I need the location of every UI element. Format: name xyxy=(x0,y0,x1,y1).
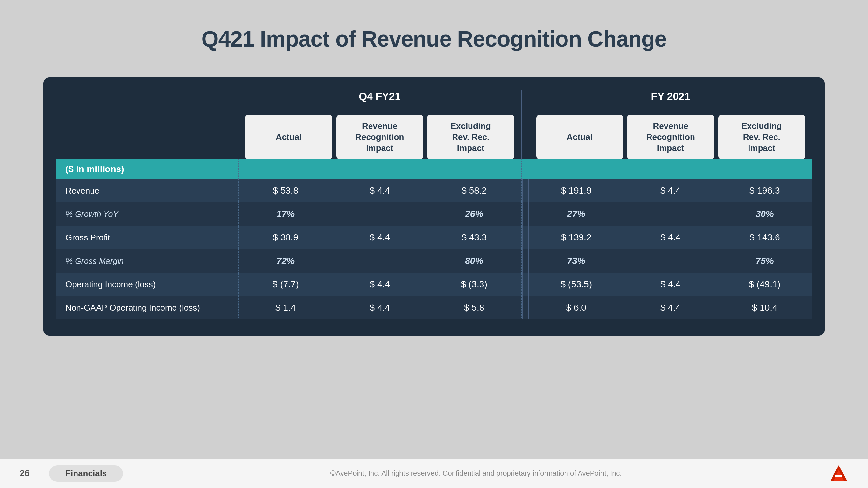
footer: 26 Financials ©AvePoint, Inc. All rights… xyxy=(0,459,868,488)
nongaap-fy-rr: $ 4.4 xyxy=(623,296,718,320)
revenue-label: Revenue xyxy=(56,179,239,202)
main-table: Q4 FY21 Actual RevenueRecognitionImpact … xyxy=(43,77,825,336)
gross-margin-fy-actual: 73% xyxy=(529,249,624,273)
q4-group-title: Q4 FY21 xyxy=(267,91,493,108)
growth-label: % Growth YoY xyxy=(56,202,239,226)
gross-profit-fy-actual: $ 139.2 xyxy=(529,226,624,249)
footer-copyright: ©AvePoint, Inc. All rights reserved. Con… xyxy=(136,469,816,478)
op-income-fy-excl: $ (49.1) xyxy=(718,273,812,296)
nongaap-q4-actual: $ 1.4 xyxy=(239,296,333,320)
slide-container: Q421 Impact of Revenue Recognition Chang… xyxy=(0,0,868,488)
q4-actual-header: Actual xyxy=(245,115,333,159)
nongaap-q4-rr: $ 4.4 xyxy=(333,296,428,320)
gross-margin-fy-rr xyxy=(623,249,718,273)
growth-q4-rr xyxy=(333,202,428,226)
growth-row: % Growth YoY 17% 26% 27% 30% xyxy=(56,202,812,226)
revenue-fy-actual: $ 191.9 xyxy=(529,179,624,202)
growth-fy-actual: 27% xyxy=(529,202,624,226)
section-sep xyxy=(522,159,529,179)
row-sep-6 xyxy=(522,296,529,320)
gross-profit-fy-excl: $ 143.6 xyxy=(718,226,812,249)
gross-margin-label: % Gross Margin xyxy=(56,249,239,273)
nongaap-fy-excl: $ 10.4 xyxy=(718,296,812,320)
gross-profit-q4-excl: $ 43.3 xyxy=(427,226,522,249)
growth-fy-excl: 30% xyxy=(718,202,812,226)
op-income-q4-actual: $ (7.7) xyxy=(239,273,333,296)
fy-sub-headers: Actual RevenueRecognitionImpact Excludin… xyxy=(530,115,812,159)
section-header-row: ($ in millions) xyxy=(56,159,812,179)
gross-margin-fy-excl: 75% xyxy=(718,249,812,273)
revenue-q4-excl: $ 58.2 xyxy=(427,179,522,202)
gross-profit-row: Gross Profit $ 38.9 $ 4.4 $ 43.3 $ 139.2… xyxy=(56,226,812,249)
row-sep-1 xyxy=(522,179,529,202)
section-header-fy-2 xyxy=(623,159,718,179)
section-header-label: ($ in millions) xyxy=(56,159,239,179)
fy-actual-header: Actual xyxy=(536,115,623,159)
row-sep-5 xyxy=(522,273,529,296)
op-income-row: Operating Income (loss) $ (7.7) $ 4.4 $ … xyxy=(56,273,812,296)
fy-group-title: FY 2021 xyxy=(558,91,783,108)
growth-q4-excl: 26% xyxy=(427,202,522,226)
revenue-fy-rrimpact: $ 4.4 xyxy=(623,179,718,202)
page-number: 26 xyxy=(20,468,30,479)
section-header-q4-3 xyxy=(427,159,522,179)
gross-margin-row: % Gross Margin 72% 80% 73% 75% xyxy=(56,249,812,273)
gross-profit-label: Gross Profit xyxy=(56,226,239,249)
gross-profit-fy-rr: $ 4.4 xyxy=(623,226,718,249)
section-header-q4-2 xyxy=(333,159,428,179)
op-income-label: Operating Income (loss) xyxy=(56,273,239,296)
row-sep-3 xyxy=(522,226,529,249)
gross-margin-q4-actual: 72% xyxy=(239,249,333,273)
growth-fy-rr xyxy=(623,202,718,226)
footer-tab: Financials xyxy=(49,465,123,482)
revenue-q4-actual: $ 53.8 xyxy=(239,179,333,202)
gross-margin-q4-rr xyxy=(333,249,428,273)
fy-excl-header: ExcludingRev. Rec.Impact xyxy=(718,115,805,159)
q4-excl-header: ExcludingRev. Rec.Impact xyxy=(427,115,515,159)
op-income-q4-excl: $ (3.3) xyxy=(427,273,522,296)
svg-rect-2 xyxy=(835,475,842,477)
growth-q4-actual: 17% xyxy=(239,202,333,226)
op-income-fy-rr: $ 4.4 xyxy=(623,273,718,296)
revenue-fy-excl: $ 196.3 xyxy=(718,179,812,202)
revenue-row: Revenue $ 53.8 $ 4.4 $ 58.2 $ 191.9 $ 4.… xyxy=(56,179,812,202)
nongaap-fy-actual: $ 6.0 xyxy=(529,296,624,320)
row-sep-4 xyxy=(522,249,529,273)
q4-group-header: Q4 FY21 Actual RevenueRecognitionImpact … xyxy=(239,91,522,159)
gross-profit-q4-actual: $ 38.9 xyxy=(239,226,333,249)
gross-margin-q4-excl: 80% xyxy=(427,249,522,273)
fy-group-header: FY 2021 Actual RevenueRecognitionImpact … xyxy=(530,91,812,159)
op-income-q4-rr: $ 4.4 xyxy=(333,273,428,296)
nongaap-label: Non-GAAP Operating Income (loss) xyxy=(56,296,239,320)
revenue-q4-rrimpact: $ 4.4 xyxy=(333,179,428,202)
fy-rev-rec-header: RevenueRecognitionImpact xyxy=(627,115,714,159)
section-header-fy-1 xyxy=(529,159,624,179)
nongaap-q4-excl: $ 5.8 xyxy=(427,296,522,320)
row-sep-2 xyxy=(522,202,529,226)
q4-rev-rec-header: RevenueRecognitionImpact xyxy=(336,115,424,159)
gross-profit-q4-rr: $ 4.4 xyxy=(333,226,428,249)
table-header: Q4 FY21 Actual RevenueRecognitionImpact … xyxy=(56,91,812,159)
nongaap-row: Non-GAAP Operating Income (loss) $ 1.4 $… xyxy=(56,296,812,320)
page-title: Q421 Impact of Revenue Recognition Chang… xyxy=(202,26,667,52)
q4-sub-headers: Actual RevenueRecognitionImpact Excludin… xyxy=(239,115,521,159)
op-income-fy-actual: $ (53.5) xyxy=(529,273,624,296)
section-header-q4-1 xyxy=(239,159,333,179)
avepoint-logo xyxy=(829,464,848,483)
section-header-fy-3 xyxy=(718,159,812,179)
